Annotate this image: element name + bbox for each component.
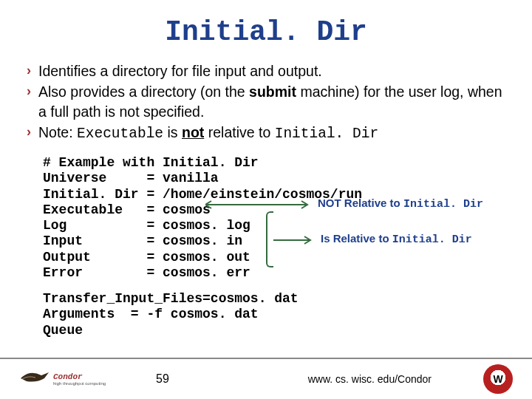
arrow-icon: [273, 235, 318, 245]
bullet-text: Also provides a directory (on the submit…: [38, 82, 505, 121]
condor-name: Condor: [53, 372, 106, 381]
wisconsin-logo: W: [483, 364, 513, 394]
example-comment: # Example with Initial. Dir: [43, 155, 489, 171]
condor-logo: Condor high throughput computing: [19, 368, 106, 390]
example-row: Transfer_Input_Files=cosmos. dat: [43, 291, 489, 307]
chevron-icon: ›: [27, 123, 31, 141]
example-row: Error = cosmos. err: [43, 265, 489, 281]
example-row: Universe = vanilla: [43, 171, 489, 186]
footer: Condor high throughput computing 59 www.…: [0, 358, 532, 399]
bullet-item: › Also provides a directory (on the subm…: [27, 82, 505, 121]
example-block: # Example with Initial. Dir Universe = v…: [43, 155, 489, 338]
eagle-icon: [19, 368, 52, 390]
bullet-text: Note: Executable is not relative to Init…: [38, 123, 378, 143]
bullet-text: Identifies a directory for file input an…: [38, 61, 322, 81]
chevron-icon: ›: [27, 61, 31, 80]
annotation-is: Is Relative to Initial. Dir: [321, 232, 472, 247]
annotation-not: NOT Relative to Initial. Dir: [318, 197, 483, 211]
bullet-list: › Identifies a directory for file input …: [27, 61, 505, 143]
bullet-item: › Identifies a directory for file input …: [27, 61, 505, 81]
condor-tagline: high throughput computing: [53, 381, 106, 386]
slide-number: 59: [156, 372, 169, 386]
chevron-icon: ›: [27, 82, 31, 100]
example-row: Arguments = -f cosmos. dat: [43, 307, 489, 322]
bracket-icon: [266, 211, 273, 267]
bullet-item: › Note: Executable is not relative to In…: [27, 123, 505, 143]
footer-url: www. cs. wisc. edu/Condor: [308, 373, 432, 385]
arrow-icon: [205, 200, 316, 210]
slide-title: Initial. Dir: [0, 0, 532, 48]
example-row: Queue: [43, 323, 489, 338]
